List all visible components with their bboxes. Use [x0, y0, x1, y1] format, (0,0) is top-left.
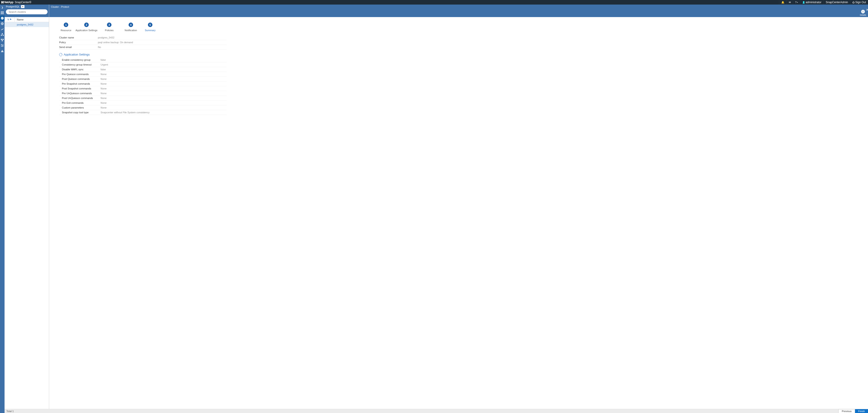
details-label: Details: [860, 14, 866, 16]
chevron-down-icon: ⌃: [61, 54, 62, 56]
step-label: Notification: [118, 29, 143, 32]
resource-rows: postgres_5432: [5, 22, 49, 27]
nav-alerts[interactable]: [0, 48, 5, 54]
hierarchy-icon: [1, 33, 4, 36]
nav-rail: ❯ ✓: [0, 5, 5, 413]
warning-icon: [1, 50, 4, 52]
resource-search: [6, 9, 48, 14]
nav-settings[interactable]: [0, 43, 5, 48]
summary-row: Consistency group timeoutUrgent: [59, 62, 227, 67]
svg-rect-13: [1, 39, 2, 40]
nav-reports[interactable]: [0, 26, 5, 32]
nav-resources[interactable]: ✓: [0, 15, 5, 21]
nav-dashboard[interactable]: [0, 10, 5, 15]
role-label[interactable]: SnapCenterAdmin: [824, 0, 850, 5]
info-icon: i: [861, 10, 865, 13]
header-right: 🔔 ✉ ? administrator SnapCenterAdmin Sign…: [779, 0, 868, 5]
sort-icons[interactable]: ⇅⚑: [5, 17, 14, 22]
sort-asc-icon: ⇅: [7, 18, 9, 21]
summary-key: Custom parameters: [59, 106, 100, 109]
finish-button[interactable]: Finish: [855, 409, 868, 413]
summary-key: Cluster name: [59, 36, 98, 39]
signout-button[interactable]: Sign Out: [850, 0, 868, 5]
nav-storage[interactable]: [0, 37, 5, 43]
mail-icon[interactable]: ✉: [786, 0, 793, 5]
summary-key: Pre Snapshot commands: [59, 83, 100, 85]
summary-key: Pre Quiesce commands: [59, 73, 100, 75]
brand-netapp: NetApp: [1, 1, 13, 4]
chevron-right-icon: ❯: [1, 6, 3, 9]
step-number: 1: [64, 23, 68, 27]
svg-rect-14: [2, 39, 4, 40]
signout-label: Sign Out: [855, 1, 866, 4]
summary-value: None: [100, 92, 227, 95]
step-label: Resource: [59, 29, 73, 32]
summary-row: Disable WAFL syncfalse: [59, 67, 227, 72]
summary-key: Consistency group timeout: [59, 63, 100, 66]
summary-value: false: [100, 68, 227, 71]
nav-monitor[interactable]: [0, 21, 5, 26]
summary-key: Post Snapshot commands: [59, 87, 100, 90]
column-name-header[interactable]: Name: [14, 18, 24, 21]
svg-rect-8: [3, 13, 4, 14]
summary-key: Post UnQuiesce commands: [59, 97, 100, 99]
resource-row[interactable]: postgres_5432: [5, 22, 49, 27]
wizard-step-3[interactable]: 3Policies: [100, 23, 118, 32]
resource-type-selector: PostgreSQL ▼: [6, 5, 48, 9]
summary-row: Send emailNo: [59, 45, 227, 50]
blocks-icon: [1, 39, 4, 41]
summary-value: None: [100, 97, 227, 99]
summary-key: Pre UnQuiesce commands: [59, 92, 100, 95]
rail-toggle[interactable]: ❯: [0, 5, 5, 10]
nav-hosts[interactable]: [0, 32, 5, 37]
summary-value: false: [100, 59, 227, 61]
wizard-step-4[interactable]: 4Notification: [118, 23, 143, 32]
summary-row: Policypsql online backup: On demand: [59, 40, 227, 45]
svg-rect-4: [2, 12, 3, 13]
chart-icon: [1, 28, 4, 31]
globe-icon: [1, 22, 4, 25]
summary-key: Pre Exit commands: [59, 101, 100, 104]
wizard-step-5[interactable]: 5Summary: [143, 23, 157, 32]
step-number: 2: [84, 23, 89, 27]
details-button[interactable]: i Details: [860, 10, 866, 16]
search-input[interactable]: [6, 9, 48, 14]
summary-value: None: [100, 106, 227, 109]
summary-key: Enable consistency group: [59, 59, 100, 61]
resource-column: PostgreSQL ▼ ⇅⚑ Name postgres_5432: [5, 5, 49, 409]
wizard-step-2[interactable]: 2Application Settings: [73, 23, 100, 32]
bell-icon[interactable]: 🔔: [779, 0, 786, 5]
application-settings-title: Application Settings: [64, 53, 90, 56]
summary-value: postgres_5432: [98, 36, 227, 39]
check-icon: ✓: [1, 17, 4, 20]
summary-row: Pre Quiesce commandsNone: [59, 72, 227, 77]
summary-row: Pre Snapshot commandsNone: [59, 82, 227, 86]
brand-snapcenter: SnapCenter®: [15, 1, 31, 4]
svg-rect-7: [2, 13, 3, 14]
svg-point-16: [1, 44, 2, 45]
svg-rect-0: [1, 11, 2, 12]
summary-value: None: [100, 73, 227, 75]
summary-row: Pre UnQuiesce commandsNone: [59, 91, 227, 96]
breadcrumb: Cluster - Protect: [49, 5, 868, 9]
step-number: 3: [107, 23, 112, 27]
application-settings-toggle[interactable]: ⌃ Application Settings: [59, 50, 227, 58]
previous-button[interactable]: Previous: [838, 409, 855, 413]
summary-row: Snapshot copy tool typeSnapcenter withou…: [59, 110, 227, 115]
wizard-step-1[interactable]: 1Resource: [59, 23, 73, 32]
user-menu[interactable]: administrator: [800, 0, 824, 5]
resource-type-dropdown[interactable]: ▼: [21, 5, 25, 8]
svg-rect-15: [2, 40, 3, 41]
resource-total: Total 1: [5, 409, 49, 413]
close-icon[interactable]: ×: [866, 9, 868, 11]
summary-value: psql online backup: On demand: [98, 41, 227, 44]
summary-key: Post Quiesce commands: [59, 77, 100, 80]
help-menu[interactable]: ?: [793, 0, 800, 5]
summary-key: Disable WAFL sync: [59, 68, 100, 71]
resource-row-name: postgres_5432: [14, 23, 33, 26]
step-label: Summary: [143, 29, 157, 32]
summary-row: Post Quiesce commandsNone: [59, 77, 227, 82]
summary-section: Cluster namepostgres_5432Policypsql onli…: [49, 33, 236, 117]
sliders-icon: [1, 44, 4, 47]
svg-point-18: [2, 46, 2, 47]
